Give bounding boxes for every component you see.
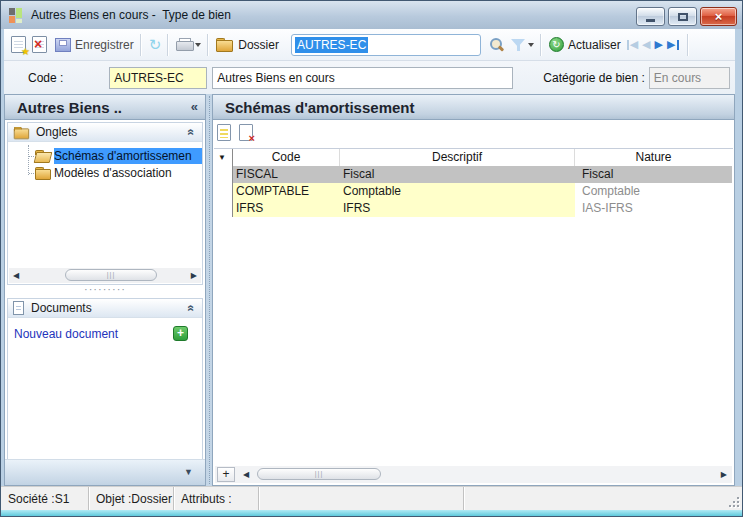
add-button[interactable]: + [217, 467, 235, 482]
sidebar-splitter-handle[interactable]: ········· [5, 287, 205, 296]
app-window: Autres Biens en cours - Type de bien × ★… [0, 0, 743, 517]
actualiser-button[interactable]: ↻ Actualiser [549, 37, 621, 52]
scroll-left-icon[interactable]: ◀ [243, 470, 249, 479]
close-button[interactable]: × [700, 7, 737, 26]
table-row-comptable[interactable]: COMPTABLE Comptable Comptable [214, 183, 733, 200]
printer-icon [176, 38, 192, 51]
column-header-code[interactable]: Code [233, 149, 340, 166]
onglets-group-header[interactable]: Onglets « [8, 123, 202, 142]
footer-dropdown-icon[interactable]: ▼ [184, 468, 193, 477]
table-row-fiscal[interactable]: FISCAL Fiscal Fiscal [214, 166, 733, 183]
tree-item-label: Schémas d'amortissemen [54, 148, 202, 164]
new-document-row: Nouveau document + [8, 324, 202, 346]
designation-field[interactable]: Autres Biens en cours [212, 67, 513, 89]
dossier-button[interactable]: Dossier [216, 38, 279, 52]
column-header-descriptif[interactable]: Descriptif [340, 149, 575, 166]
open-folder-icon [35, 150, 51, 163]
record-form: Code : AUTRES-EC Autres Biens en cours C… [4, 61, 735, 94]
documents-group-header[interactable]: Documents « [8, 299, 202, 318]
delete-row-button[interactable]: × [239, 124, 253, 141]
tree-item-modeles-association[interactable]: Modèles d'association [8, 165, 202, 182]
code-field[interactable]: AUTRES-EC [109, 67, 207, 89]
new-button[interactable]: ★ [11, 36, 26, 53]
scroll-left-icon[interactable]: ◀ [13, 271, 19, 280]
nav-first-button[interactable]: ◀ [627, 38, 638, 51]
new-document-link[interactable]: Nouveau document [14, 327, 118, 341]
minimize-button[interactable] [636, 7, 665, 26]
add-row-button[interactable] [217, 124, 231, 141]
status-empty-cell [464, 487, 742, 510]
column-header-nature[interactable]: Nature [575, 149, 732, 166]
save-label: Enregistrer [75, 38, 134, 52]
cell-descriptif: Fiscal [340, 166, 575, 183]
titlebar[interactable]: Autres Biens en cours - Type de bien × [1, 1, 742, 29]
row-selector[interactable] [214, 200, 233, 217]
nav-previous-button[interactable]: ◀ [642, 38, 650, 51]
search-icon[interactable] [489, 37, 505, 53]
table-dropdown-icon: ▼ [218, 149, 226, 166]
filter-dropdown-icon [528, 43, 534, 47]
folder-icon [216, 38, 232, 51]
scroll-right-icon[interactable]: ▶ [191, 271, 197, 280]
table-row-ifrs[interactable]: IFRS IFRS IAS-IFRS [214, 200, 733, 217]
cell-code: COMPTABLE [233, 183, 340, 200]
table-horizontal-scrollbar[interactable]: + ◀ ||| ▶ [215, 466, 732, 483]
print-button[interactable] [176, 38, 201, 51]
scroll-right-icon[interactable]: ▶ [721, 470, 727, 479]
tree-item-schemas-amortissement[interactable]: Schémas d'amortissemen [8, 148, 202, 165]
collapse-chevrons-icon[interactable]: « [186, 305, 198, 312]
nav-next-button[interactable]: ▶ [655, 38, 663, 51]
collapse-chevrons-icon[interactable]: « [186, 129, 198, 136]
content-area: Autres Biens .. « Onglets « Schémas d'am… [4, 94, 735, 486]
status-objet: Objet :Dossier [89, 487, 174, 510]
add-document-button[interactable]: + [173, 326, 188, 341]
scrollbar-thumb[interactable]: ||| [257, 468, 381, 480]
toolbar-separator [140, 34, 141, 56]
code-search-value: AUTRES-EC [295, 37, 368, 53]
onglets-tree: Schémas d'amortissemen Modèles d'associa… [8, 148, 202, 182]
cell-descriptif: IFRS [340, 200, 575, 217]
cell-code: FISCAL [233, 166, 340, 183]
onglets-folder-icon [14, 126, 28, 138]
row-selector-header[interactable]: ▼ [214, 149, 233, 166]
print-dropdown-icon [195, 43, 201, 47]
actualiser-label: Actualiser [568, 38, 621, 52]
code-search-input[interactable]: AUTRES-EC [291, 34, 481, 56]
row-selector[interactable] [214, 166, 233, 183]
maximize-button[interactable] [668, 7, 697, 26]
next-icon: ▶ [655, 38, 663, 51]
previous-icon: ◀ [642, 38, 650, 51]
schemas-table: ▼ Code Descriptif Nature FISCAL Fiscal F… [214, 148, 733, 217]
sidebar-panel: Autres Biens .. « Onglets « Schémas d'am… [4, 94, 206, 486]
documents-label: Documents [31, 301, 92, 315]
delete-page-icon: × [32, 36, 47, 53]
status-bar: Société :S1 Objet :Dossier Attributs : [1, 486, 742, 510]
delete-cross-icon: × [249, 133, 255, 143]
categorie-label: Catégorie de bien : [543, 71, 644, 85]
cell-code: IFRS [233, 200, 340, 217]
filter-button[interactable] [505, 38, 534, 52]
scrollbar-thumb[interactable]: ||| [65, 269, 157, 281]
cell-descriptif: Comptable [340, 183, 575, 200]
status-empty-cell [259, 487, 464, 510]
main-panel: Schémas d'amortissement × ▼ Code Descrip… [212, 94, 735, 486]
save-button[interactable]: Enregistrer [55, 38, 134, 52]
refresh-button[interactable]: ↻ [149, 37, 162, 52]
nav-last-button[interactable]: ▶ [667, 38, 678, 51]
table-header-row: ▼ Code Descriptif Nature [214, 149, 733, 166]
selector-column-line [232, 188, 233, 193]
first-icon: ◀ [630, 38, 638, 51]
sidebar-horizontal-scrollbar[interactable]: ◀ ||| ▶ [9, 268, 201, 283]
window-bottom-accent [1, 510, 742, 516]
new-page-icon: ★ [11, 36, 26, 53]
delete-button[interactable]: × [32, 36, 47, 53]
row-selector[interactable] [214, 183, 233, 200]
main-body: × ▼ Code Descriptif Nature FISCAL Fiscal… [213, 120, 734, 485]
save-icon [55, 38, 71, 52]
maximize-icon [678, 13, 688, 21]
main-toolbar: ★ × Enregistrer ↻ Dossier AUTRES-EC [4, 29, 735, 61]
cell-nature: IAS-IFRS [575, 200, 732, 217]
toolbar-separator [207, 34, 208, 56]
sidebar-collapse-icon[interactable]: « [191, 99, 198, 114]
close-icon: × [715, 10, 723, 23]
